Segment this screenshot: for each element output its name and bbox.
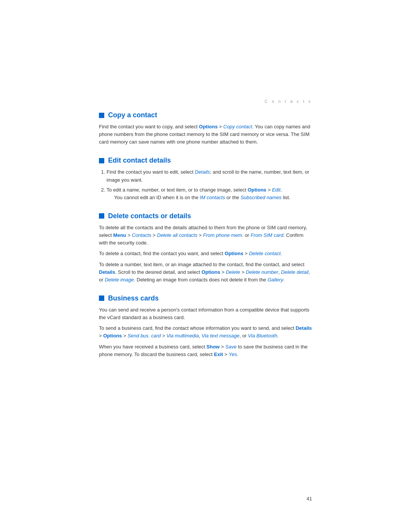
delete-or: or <box>244 232 251 238</box>
business-p3-pre2: When you have received a business card, … <box>99 344 207 350</box>
business-sep9: > <box>161 333 167 339</box>
copy-contact-link: Copy contact <box>223 124 252 129</box>
delete-para2: To delete a contact, find the contact yo… <box>99 250 312 257</box>
business-cards-heading: Business cards <box>108 294 159 302</box>
copy-contact-text1: Find the contact you want to copy, and s… <box>99 124 199 129</box>
business-yes: Yes <box>229 351 237 357</box>
edit-contact-item2: To edit a name, number, or text item, or… <box>107 186 312 201</box>
copy-contact-body: Find the contact you want to copy, and s… <box>99 123 312 146</box>
business-p1: You can send and receive a person's cont… <box>99 307 309 320</box>
header-section: C o n t a c t s <box>0 0 411 111</box>
copy-contact-title-row: Copy a contact <box>99 111 312 119</box>
business-via-bluetooth: Via Bluetooth <box>248 333 277 339</box>
delete-number-link: Delete number <box>246 269 278 275</box>
business-p2-post: . <box>277 333 279 339</box>
section-copy-contact: Copy a contact Find the contact you want… <box>99 111 312 146</box>
edit-contact-icon <box>99 158 104 163</box>
business-cards-icon <box>99 296 104 301</box>
delete-p2-post: . <box>280 251 282 256</box>
delete-p3-post: . Deleting an image from contacts does n… <box>134 277 268 283</box>
copy-contact-options: Options <box>199 124 218 129</box>
copy-contact-sep1: > <box>218 124 223 129</box>
edit-item2-options: Options <box>248 187 266 193</box>
delete-contact-link: Delete contact <box>249 251 280 256</box>
delete-from-sim: From SIM card <box>251 232 284 238</box>
business-via-text: Via text message <box>202 333 239 339</box>
edit-item1-details: Details <box>195 169 210 175</box>
delete-gallery-link: Gallery <box>268 277 283 283</box>
business-sep10: > <box>220 344 225 350</box>
delete-image-link: Delete image <box>105 277 134 283</box>
delete-para3: To delete a number, text item, or an ima… <box>99 261 312 284</box>
business-show: Show <box>207 344 220 350</box>
edit-item2-sep: > <box>266 187 272 193</box>
delete-sep2: > <box>151 232 157 238</box>
delete-p3-pre: To delete a number, text item, or an ima… <box>99 262 304 267</box>
business-sep8: > <box>122 333 127 339</box>
delete-sep3: > <box>198 232 203 238</box>
edit-contact-heading: Edit contact details <box>108 157 171 165</box>
delete-details3: Details <box>99 269 115 275</box>
delete-p3-mid: . Scroll to the desired detail, and sele… <box>115 269 202 275</box>
delete-detail-link: Delete detail <box>281 269 308 275</box>
business-para3: When you have received a business card, … <box>99 343 312 358</box>
business-or: or <box>241 333 248 339</box>
section-delete-contacts: Delete contacts or details To delete all… <box>99 212 312 284</box>
edit-im-contacts: IM contacts <box>200 195 225 200</box>
delete-sep5: > <box>220 269 226 275</box>
edit-contact-list: Find the contact you want to edit, selec… <box>99 168 312 201</box>
copy-contact-heading: Copy a contact <box>108 111 157 119</box>
edit-item2-indent-pre: You cannot edit an ID when it is on the <box>114 195 200 200</box>
delete-sep1: > <box>126 232 132 238</box>
delete-delete-link: Delete <box>226 269 240 275</box>
edit-or-text: or the <box>225 195 240 200</box>
business-via-multimedia: Via multimedia <box>166 333 199 339</box>
business-comma2: , <box>199 333 201 339</box>
business-save: Save <box>225 344 237 350</box>
page: C o n t a c t s Copy a contact Find the … <box>0 0 411 532</box>
delete-contacts-link: Contacts <box>132 232 151 238</box>
edit-contact-title-row: Edit contact details <box>99 157 312 165</box>
delete-p2-pre: To delete a contact, find the contact yo… <box>99 251 225 256</box>
business-details4: Details <box>296 325 312 331</box>
copy-contact-icon <box>99 113 104 118</box>
edit-item2-indent-block: You cannot edit an ID when it is on the … <box>114 194 312 201</box>
business-send-bus-card: Send bus. card <box>127 333 161 339</box>
page-number: 41 <box>307 496 312 502</box>
delete-contacts-title-row: Delete contacts or details <box>99 212 312 220</box>
delete-contacts-icon <box>99 213 104 219</box>
edit-item2-pre: To edit a name, number, or text item, or… <box>107 187 248 193</box>
delete-menu: Menu <box>113 232 126 238</box>
business-p2-pre: To send a business card, find the contac… <box>99 325 296 331</box>
edit-subscribed-names: Subscribed names <box>241 195 282 200</box>
delete-para1: To delete all the contacts and the detai… <box>99 224 312 247</box>
section-edit-contact: Edit contact details Find the contact yo… <box>99 157 312 201</box>
business-sep7: > <box>99 333 103 339</box>
delete-options2: Options <box>225 251 243 256</box>
delete-options3: Options <box>202 269 220 275</box>
business-cards-title-row: Business cards <box>99 294 312 302</box>
section-business-cards: Business cards You can send and receive … <box>99 294 312 358</box>
delete-sep4: > <box>243 251 249 256</box>
business-para2: To send a business card, find the contac… <box>99 324 312 340</box>
edit-list-text: list. <box>282 195 290 200</box>
delete-p3-end: . <box>283 277 285 283</box>
delete-contacts-heading: Delete contacts or details <box>108 212 191 220</box>
business-sep11: > <box>223 351 229 357</box>
business-exit: Exit <box>214 351 223 357</box>
business-options4: Options <box>103 333 122 339</box>
delete-all-link: Delete all contacts <box>157 232 198 238</box>
edit-item2-edit: Edit <box>272 187 280 193</box>
edit-item1-pre: Find the contact you want to edit, selec… <box>107 169 195 175</box>
header-label: C o n t a c t s <box>264 99 312 104</box>
edit-item2-post: . <box>280 187 282 193</box>
delete-from-phone: From phone mem. <box>203 232 244 238</box>
business-p3-post2: . <box>237 351 239 357</box>
delete-sep6: > <box>240 269 246 275</box>
edit-contact-item1: Find the contact you want to edit, selec… <box>107 168 312 184</box>
content-area: Copy a contact Find the contact you want… <box>0 111 411 358</box>
business-para1: You can send and receive a person's cont… <box>99 306 312 321</box>
